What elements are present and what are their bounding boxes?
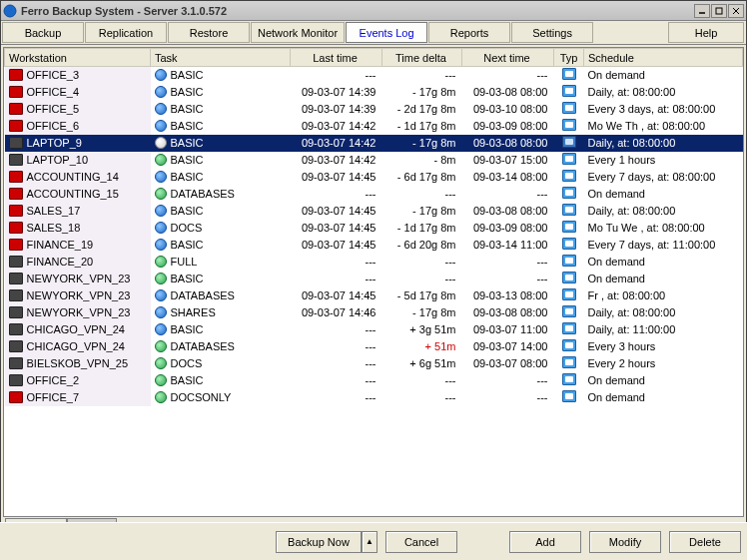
calendar-icon [562,187,576,199]
backup-now-dropdown[interactable]: ▲ [362,531,377,553]
schedule-text: Daily, at: 08:00:00 [584,304,743,321]
table-row[interactable]: OFFICE_3BASIC---------On demand [5,67,743,84]
calendar-icon [562,136,576,148]
workstation-name: OFFICE_6 [27,120,80,132]
table-row[interactable]: LAPTOP_9BASIC09-03-07 14:42- 17g 8m09-03… [5,135,743,152]
table-row[interactable]: OFFICE_7DOCSONLY---------On demand [5,389,743,406]
last-time: 09-03-07 14:45 [291,237,382,254]
task-name: BASIC [171,154,204,166]
add-button[interactable]: Add [509,531,581,553]
table-row[interactable]: SALES_18DOCS09-03-07 14:45- 1d 17g 8m09-… [5,220,743,237]
workstation-name: ACCOUNTING_14 [27,171,119,183]
task-status-icon [155,256,167,268]
col-header-workstation[interactable]: Workstation [5,49,151,67]
workstation-name: LAPTOP_9 [27,137,82,149]
calendar-icon [562,221,576,233]
toolbar-help[interactable]: Help [668,22,744,43]
calendar-icon [562,339,576,351]
table-row[interactable]: OFFICE_6BASIC09-03-07 14:42- 1d 17g 8m09… [5,118,743,135]
time-delta: --- [382,271,462,287]
task-status-icon [155,188,167,200]
col-header-schedule[interactable]: Schedule [584,49,743,67]
task-name: BASIC [171,273,204,284]
workstation-icon [9,86,23,98]
toolbar-settings[interactable]: Settings [511,22,593,43]
table-row[interactable]: ACCOUNTING_14BASIC09-03-07 14:45- 6d 17g… [5,169,743,186]
table-row[interactable]: NEWYORK_VPN_23BASIC---------On demand [5,271,743,287]
minimize-button[interactable] [694,4,710,18]
table-row[interactable]: NEWYORK_VPN_23SHARES09-03-07 14:46- 17g … [5,304,743,321]
last-time: 09-03-07 14:45 [291,169,382,186]
window-buttons [693,4,744,18]
time-delta: - 17g 8m [382,84,462,101]
delete-button[interactable]: Delete [669,531,741,553]
time-delta: - 5d 17g 8m [382,287,462,304]
modify-button[interactable]: Modify [589,531,661,553]
table-row[interactable]: FINANCE_20FULL---------On demand [5,254,743,271]
table-row[interactable]: FINANCE_19BASIC09-03-07 14:45- 6d 20g 8m… [5,237,743,254]
time-delta: - 1d 17g 8m [382,118,462,135]
workstation-name: OFFICE_3 [27,69,80,81]
calendar-icon [562,204,576,216]
task-name: DATABASES [171,340,235,352]
col-header-task[interactable]: Task [151,49,291,67]
table-row[interactable]: OFFICE_4BASIC09-03-07 14:39- 17g 8m09-03… [5,84,743,101]
last-time: --- [291,389,382,406]
schedule-text: On demand [584,271,743,287]
calendar-icon [562,305,576,317]
table-row[interactable]: NEWYORK_VPN_23DATABASES09-03-07 14:45- 5… [5,287,743,304]
toolbar-replication[interactable]: Replication [85,22,167,43]
schedule-type-icon [554,67,584,84]
col-header-typ[interactable]: Typ [554,49,584,67]
table-row[interactable]: OFFICE_2BASIC---------On demand [5,372,743,389]
table-row[interactable]: CHICAGO_VPN_24BASIC---+ 3g 51m09-03-07 1… [5,321,743,338]
task-name: DOCS [171,222,203,234]
schedule-type-icon [554,135,584,152]
col-header-time-delta[interactable]: Time delta [382,49,462,67]
last-time: 09-03-07 14:46 [291,304,382,321]
task-name: BASIC [171,69,204,81]
schedule-type-icon [554,338,584,355]
next-time: --- [462,271,554,287]
main-toolbar: BackupReplicationRestoreNetwork MonitorE… [1,21,746,45]
toolbar-backup[interactable]: Backup [2,22,84,43]
toolbar-restore[interactable]: Restore [168,22,250,43]
schedule-text: Every 3 hours [584,338,743,355]
task-status-icon [155,103,167,115]
task-name: BASIC [171,323,204,335]
table-row[interactable]: OFFICE_5BASIC09-03-07 14:39- 2d 17g 8m09… [5,101,743,118]
task-status-icon [155,340,167,352]
table-row[interactable]: CHICAGO_VPN_24DATABASES---+ 51m09-03-07 … [5,338,743,355]
table-row[interactable]: SALES_17BASIC09-03-07 14:45- 17g 8m09-03… [5,203,743,220]
workstation-name: ACCOUNTING_15 [27,188,119,200]
task-status-icon [155,357,167,369]
workstation-name: OFFICE_4 [27,86,80,98]
task-status-icon [155,86,167,98]
col-header-next-time[interactable]: Next time [462,49,554,67]
time-delta: --- [382,186,462,203]
col-header-last-time[interactable]: Last time [291,49,382,67]
schedule-type-icon [554,152,584,169]
cancel-button[interactable]: Cancel [385,531,457,553]
calendar-icon [562,238,576,250]
table-row[interactable]: LAPTOP_10BASIC09-03-07 14:42- 8m09-03-07… [5,152,743,169]
backup-now-button[interactable]: Backup Now [276,531,362,553]
window-title: Ferro Backup System - Server 3.1.0.572 [21,5,693,17]
table-row[interactable]: BIELSKOB_VPN_25DOCS---+ 6g 51m09-03-07 0… [5,355,743,372]
close-button[interactable] [728,4,744,18]
titlebar: Ferro Backup System - Server 3.1.0.572 [1,1,746,21]
calendar-icon [562,102,576,114]
time-delta: - 2d 17g 8m [382,101,462,118]
toolbar-reports[interactable]: Reports [428,22,510,43]
time-delta: - 17g 8m [382,203,462,220]
toolbar-network-monitor[interactable]: Network Monitor [251,22,345,43]
table-row[interactable]: ACCOUNTING_15DATABASES---------On demand [5,186,743,203]
toolbar-events-log[interactable]: Events Log [346,22,427,43]
next-time: 09-03-08 08:00 [462,84,554,101]
workstation-icon [9,137,23,149]
workstation-icon [9,256,23,268]
schedule-text: On demand [584,389,743,406]
maximize-button[interactable] [711,4,727,18]
schedule-type-icon [554,203,584,220]
task-status-icon [155,374,167,386]
